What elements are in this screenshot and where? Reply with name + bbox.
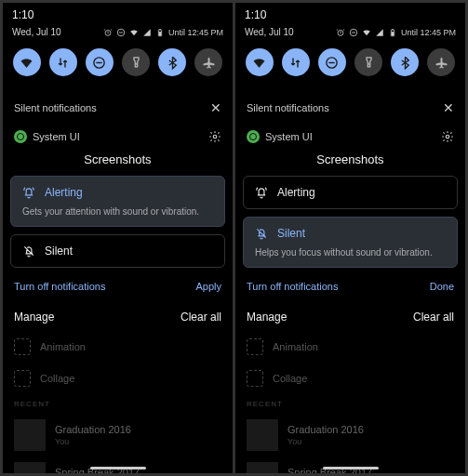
clear-all-button[interactable]: Clear all [181, 311, 221, 324]
qs-flashlight[interactable] [122, 48, 150, 76]
bell-ring-icon [22, 186, 35, 199]
app-name: System UI [265, 131, 313, 142]
battery-status-icon [388, 28, 397, 37]
bluetooth-icon [166, 56, 180, 70]
qs-airplane[interactable] [427, 48, 455, 76]
home-gesture-bar[interactable] [90, 467, 146, 469]
qs-wifi[interactable] [13, 48, 41, 76]
background-app-content: Animation Collage RECENT Graduation 2016… [3, 331, 233, 473]
status-time: 1:10 [235, 3, 465, 23]
wifi-icon [20, 56, 33, 70]
status-until: Until 12:45 PM [401, 28, 456, 37]
flashlight-icon [129, 56, 143, 70]
option-silent[interactable]: Silent [10, 234, 225, 268]
quick-settings-row [3, 45, 233, 86]
bell-ring-icon [255, 186, 268, 199]
dnd-status-icon [116, 28, 126, 37]
dnd-status-icon [349, 28, 358, 37]
bell-off-icon [255, 227, 268, 240]
bell-off-icon [22, 245, 35, 258]
gear-icon[interactable] [208, 130, 221, 143]
svg-rect-3 [159, 29, 161, 30]
battery-status-icon [155, 28, 165, 37]
silent-notifications-header: Silent notifications [14, 102, 97, 113]
silent-notifications-header: Silent notifications [247, 102, 329, 113]
option-alerting-label: Alerting [45, 186, 83, 199]
close-icon[interactable]: ✕ [443, 100, 454, 115]
qs-data[interactable] [49, 48, 77, 76]
svg-point-14 [368, 63, 368, 64]
app-icon [14, 130, 27, 143]
background-app-content: Animation Collage RECENT Graduation 2016… [235, 331, 465, 473]
qs-airplane[interactable] [194, 48, 222, 76]
svg-point-7 [213, 135, 217, 139]
turn-off-notifications-link[interactable]: Turn off notifications [247, 281, 338, 292]
qs-dnd[interactable] [86, 48, 114, 76]
signal-status-icon [375, 28, 384, 37]
done-button[interactable]: Done [430, 281, 454, 292]
dnd-icon [325, 56, 339, 70]
bg-section-label: RECENT [247, 394, 454, 414]
gear-icon[interactable] [441, 130, 454, 143]
qs-bluetooth[interactable] [158, 48, 186, 76]
status-until: Until 12:45 PM [168, 28, 223, 37]
bg-media-title: Graduation 2016 [287, 424, 364, 435]
status-date: Wed, Jul 10 [12, 27, 61, 37]
wifi-status-icon [362, 28, 371, 37]
option-silent-label: Silent [277, 227, 305, 240]
alarm-icon [336, 28, 345, 37]
quick-settings-row [235, 45, 465, 86]
wifi-status-icon [129, 28, 139, 37]
data-swap-icon [56, 56, 70, 70]
flashlight-icon [362, 56, 376, 70]
qs-wifi[interactable] [246, 48, 274, 76]
turn-off-notifications-link[interactable]: Turn off notifications [14, 281, 105, 292]
dnd-icon [92, 56, 106, 70]
option-alerting[interactable]: Alerting [243, 176, 458, 209]
airplane-icon [202, 56, 216, 70]
manage-button[interactable]: Manage [14, 311, 54, 324]
option-alerting[interactable]: Alerting Gets your attention with sound … [10, 176, 225, 227]
bg-media-sub: You [287, 437, 364, 446]
option-alerting-desc: Gets your attention with sound or vibrat… [22, 206, 213, 217]
clear-all-button[interactable]: Clear all [413, 311, 454, 324]
wifi-icon [252, 56, 266, 70]
status-icons: Until 12:45 PM [103, 28, 223, 37]
bg-item: Collage [273, 373, 307, 384]
svg-point-15 [446, 135, 449, 139]
app-name: System UI [33, 131, 80, 142]
bg-item: Animation [273, 341, 318, 352]
bg-section-label: RECENT [14, 394, 221, 414]
svg-rect-4 [159, 32, 162, 35]
status-icons: Until 12:45 PM [336, 28, 456, 37]
notification-title: Screenshots [243, 149, 458, 176]
bg-item: Animation [40, 341, 86, 352]
bluetooth-icon [398, 56, 412, 70]
signal-status-icon [142, 28, 152, 37]
qs-bluetooth[interactable] [391, 48, 419, 76]
status-time: 1:10 [3, 3, 233, 23]
airplane-icon [435, 56, 448, 70]
svg-rect-12 [392, 32, 394, 35]
option-silent-desc: Helps you focus without sound or vibrati… [255, 247, 446, 258]
bg-media-sub: You [55, 437, 131, 446]
status-date: Wed, Jul 10 [245, 27, 294, 37]
bg-media-title: Graduation 2016 [55, 424, 131, 435]
svg-rect-11 [392, 29, 394, 30]
option-silent-label: Silent [45, 245, 73, 258]
notification-title: Screenshots [10, 149, 225, 176]
app-icon [247, 130, 260, 143]
alarm-icon [103, 28, 113, 37]
bg-item: Collage [40, 373, 74, 384]
apply-button[interactable]: Apply [195, 281, 221, 292]
svg-point-6 [135, 63, 136, 64]
close-icon[interactable]: ✕ [210, 100, 221, 115]
qs-flashlight[interactable] [354, 48, 382, 76]
manage-button[interactable]: Manage [247, 311, 287, 324]
option-silent[interactable]: Silent Helps you focus without sound or … [243, 217, 458, 268]
home-gesture-bar[interactable] [323, 467, 379, 469]
data-swap-icon [288, 56, 302, 70]
qs-data[interactable] [282, 48, 310, 76]
option-alerting-label: Alerting [277, 186, 315, 199]
qs-dnd[interactable] [318, 48, 346, 76]
